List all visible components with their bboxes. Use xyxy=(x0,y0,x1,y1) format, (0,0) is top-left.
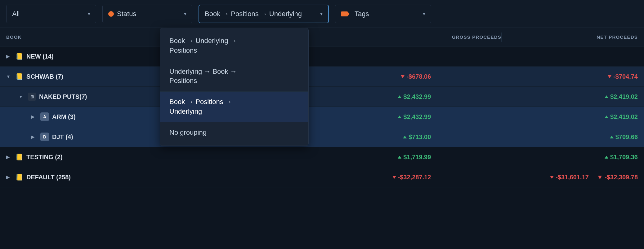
trend-up-icon xyxy=(398,156,401,159)
trend-down-icon xyxy=(401,75,405,78)
trend-up-icon xyxy=(605,116,608,118)
table-row[interactable]: ▶ A ARM (3) $2,432.99 $2,419.02 xyxy=(0,107,644,127)
tags-select[interactable]: Tags ▾ xyxy=(335,5,431,23)
toolbar: All ▾ Status ▾ Book → Positions → Underl… xyxy=(0,0,644,28)
table-row[interactable]: ▼ 📒 SCHWAB (7) -$678.06 -$704.74 xyxy=(0,67,644,87)
trend-up-icon xyxy=(403,136,407,138)
trend-up-icon xyxy=(398,95,401,98)
row-arm-net: $2,419.02 xyxy=(432,113,638,120)
row-testing-net: $1,709.36 xyxy=(432,154,638,161)
status-dot-icon xyxy=(108,11,114,17)
book-icon: 📒 xyxy=(16,73,23,80)
all-filter-select[interactable]: All ▾ xyxy=(6,5,96,23)
grouping-label: Book → Positions → Underlying xyxy=(205,10,302,18)
trend-up-icon xyxy=(610,136,614,138)
dropdown-item-book-underlying[interactable]: Book → Underlying →Positions xyxy=(160,31,308,61)
row-default-net: -$31,601.17 ▼ -$32,309.78 xyxy=(432,174,638,181)
tag-icon xyxy=(341,11,348,16)
dropdown-item-underlying-book[interactable]: Underlying → Book →Positions xyxy=(160,61,308,92)
status-filter-text: Status xyxy=(117,10,136,18)
tags-text: Tags xyxy=(355,10,369,18)
trend-down-icon xyxy=(550,176,554,179)
row-testing-name: ▶ 📒 TESTING (2) xyxy=(6,153,212,161)
grouping-text: Book → Positions → Underlying xyxy=(205,10,302,18)
row-default-gross: -$32,287.12 xyxy=(225,174,431,181)
trend-up-icon xyxy=(605,156,608,159)
table-header: BOOK GROSS PROCEEDS NET PROCEEDS xyxy=(0,28,644,46)
tags-label: Tags xyxy=(341,10,369,18)
row-schwab-net: -$704.74 xyxy=(432,73,638,80)
expand-icon: ▼ xyxy=(19,94,25,99)
all-filter-text: All xyxy=(12,10,20,18)
all-filter-chevron: ▾ xyxy=(88,11,90,17)
table-row[interactable]: ▼ ⊞ NAKED PUTS(7) $2,432.99 $2,419.02 xyxy=(0,87,644,107)
status-filter-chevron: ▾ xyxy=(184,11,186,17)
trend-down-icon xyxy=(392,176,396,179)
expand-icon: ▶ xyxy=(6,155,12,159)
expand-icon: ▶ xyxy=(31,134,37,139)
grouping-dropdown: Book → Underlying →Positions Underlying … xyxy=(160,28,309,146)
arm-badge: A xyxy=(40,112,49,121)
table-row[interactable]: ▶ D DJT (4) $713.00 $709.66 xyxy=(0,127,644,147)
expand-icon: ▶ xyxy=(6,54,12,59)
row-djt-net: $709.66 xyxy=(432,133,638,141)
strategy-icon: ⊞ xyxy=(28,93,36,101)
table-row[interactable]: ▶ 📒 TESTING (2) $1,719.99 $1,709.36 xyxy=(0,147,644,167)
row-default-name: ▶ 📒 DEFAULT (258) xyxy=(6,173,212,181)
row-testing-gross: $1,719.99 xyxy=(225,154,431,161)
grouping-chevron: ▾ xyxy=(320,11,323,17)
col-net-header: NET PROCEEDS xyxy=(570,34,638,40)
djt-badge: D xyxy=(40,133,49,141)
expand-icon: ▶ xyxy=(31,114,37,119)
trend-up-icon xyxy=(398,116,401,118)
trend-up-icon xyxy=(605,95,608,98)
trend-down-icon xyxy=(608,75,611,78)
row-nakedputs-net: $2,419.02 xyxy=(432,93,638,100)
main-content: BOOK GROSS PROCEEDS NET PROCEEDS ▶ 📒 NEW… xyxy=(0,28,644,249)
col-gross-header: GROSS PROCEEDS xyxy=(433,34,501,40)
status-filter-label: Status xyxy=(108,10,136,18)
dropdown-item-no-grouping[interactable]: No grouping xyxy=(160,122,308,143)
table-row[interactable]: ▶ 📒 DEFAULT (258) -$32,287.12 -$31,601.1… xyxy=(0,167,644,187)
book-icon: 📒 xyxy=(16,53,23,60)
col-separator1 xyxy=(501,33,502,42)
expand-icon: ▼ xyxy=(6,74,12,79)
book-icon: 📒 xyxy=(16,173,23,181)
book-icon: 📒 xyxy=(16,153,23,161)
all-filter-label: All xyxy=(12,10,20,18)
dropdown-item-book-positions[interactable]: Book → Positions →Underlying xyxy=(160,92,308,122)
table-row[interactable]: ▶ 📒 NEW (14) xyxy=(0,46,644,67)
table-panel: BOOK GROSS PROCEEDS NET PROCEEDS ▶ 📒 NEW… xyxy=(0,28,644,249)
tags-chevron: ▾ xyxy=(423,11,425,17)
status-filter-select[interactable]: Status ▾ xyxy=(102,5,192,23)
expand-icon: ▶ xyxy=(6,175,12,180)
grouping-select[interactable]: Book → Positions → Underlying ▾ xyxy=(199,5,329,23)
